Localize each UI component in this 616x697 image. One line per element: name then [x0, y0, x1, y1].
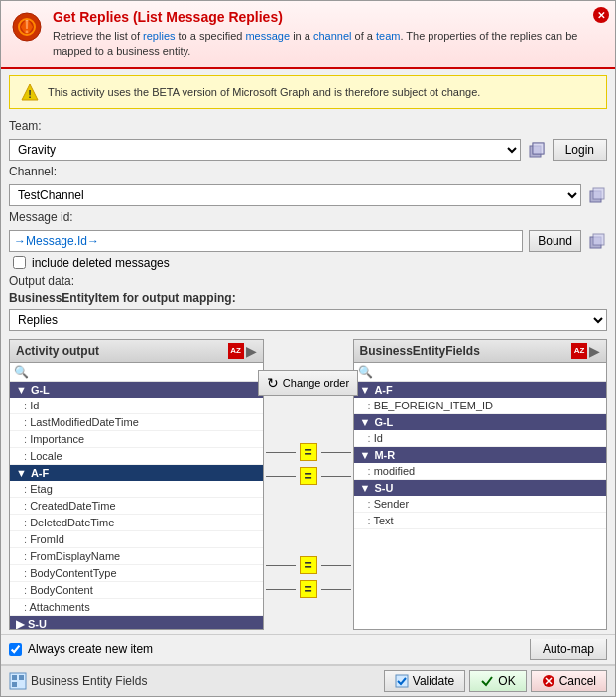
- bottom-bar: Always create new item Auto-map: [1, 634, 615, 664]
- svg-rect-11: [593, 234, 604, 245]
- left-item-createddatetime[interactable]: CreatedDateTime: [10, 498, 263, 515]
- svg-rect-16: [396, 675, 408, 687]
- connectors-area: = = = =: [266, 443, 351, 598]
- expand-icon[interactable]: ▶: [246, 343, 257, 359]
- left-item-deleteddatetime[interactable]: DeletedDateTime: [10, 515, 263, 531]
- always-create-label: Always create new item: [28, 642, 153, 656]
- warning-bar: ! This activity uses the BETA version of…: [9, 75, 607, 109]
- team-row: Gravity Login: [9, 139, 607, 161]
- right-item-id[interactable]: Id: [354, 430, 607, 447]
- login-button[interactable]: Login: [553, 139, 607, 161]
- left-item-lastmodified[interactable]: LastModifiedDateTime: [10, 414, 263, 431]
- right-panel-header: BusinessEntityFields AZ ▶: [354, 340, 607, 363]
- left-item-bodycontent[interactable]: BodyContent: [10, 582, 263, 599]
- right-group-gl[interactable]: ▼G-L: [354, 414, 607, 430]
- right-search-row: 🔍: [354, 363, 607, 382]
- right-sort-az-icon[interactable]: AZ: [571, 343, 587, 359]
- svg-text:!: !: [28, 88, 32, 100]
- right-panel: BusinessEntityFields AZ ▶ 🔍 ▼A-F BE_FORE…: [353, 339, 608, 630]
- dialog: ! Get Replies (List Message Replies) Ret…: [0, 0, 616, 697]
- left-group-af[interactable]: ▼A-F: [10, 465, 263, 481]
- right-group-af[interactable]: ▼A-F: [354, 382, 607, 398]
- message-cube-icon[interactable]: [587, 231, 607, 251]
- team-cube-icon[interactable]: [527, 140, 547, 160]
- connector-box-1[interactable]: =: [300, 443, 317, 461]
- form-area: Team: Gravity Login Channel: TestChannel: [1, 115, 615, 335]
- warning-text: This activity uses the BETA version of M…: [48, 86, 480, 98]
- connector-box-3[interactable]: =: [300, 556, 317, 574]
- connector-3: =: [266, 556, 351, 574]
- output-label: Output data:: [9, 274, 607, 288]
- entity-icon: [9, 672, 27, 690]
- team-label: Team:: [9, 119, 607, 135]
- right-expand-icon[interactable]: ▶: [589, 343, 600, 359]
- left-group-gl[interactable]: ▼G-L: [10, 382, 263, 398]
- left-item-importance[interactable]: Importance: [10, 431, 263, 448]
- left-item-fromdisplayname[interactable]: FromDisplayName: [10, 548, 263, 565]
- output-mapping-label: BusinessEntityItem for output mapping:: [9, 291, 607, 305]
- mapping-select[interactable]: Replies: [9, 309, 607, 331]
- left-item-fromid[interactable]: FromId: [10, 531, 263, 548]
- svg-rect-14: [19, 675, 24, 680]
- always-create-checkbox[interactable]: [9, 643, 22, 656]
- close-button[interactable]: ✕: [593, 7, 609, 23]
- message-id-row: →Message.Id→ Bound: [9, 230, 607, 252]
- left-panel-header: Activity output AZ ▶: [10, 340, 263, 363]
- validate-icon: [395, 674, 409, 688]
- message-id-field[interactable]: →Message.Id→: [9, 230, 523, 252]
- left-group-su[interactable]: ▶S-U: [10, 616, 263, 629]
- channel-row: TestChannel: [9, 184, 607, 206]
- change-order-button[interactable]: ↻ Auto-map Change order: [258, 370, 358, 396]
- svg-rect-7: [533, 143, 544, 154]
- title-bar: ! Get Replies (List Message Replies) Ret…: [1, 1, 615, 69]
- always-create-row: Always create new item: [9, 642, 522, 656]
- left-search-icon: 🔍: [14, 365, 29, 379]
- left-item-bodycontenttype[interactable]: BodyContentType: [10, 565, 263, 582]
- include-deleted-label: include deleted messages: [32, 256, 170, 270]
- bound-button[interactable]: Bound: [529, 230, 581, 252]
- connector-box-4[interactable]: =: [300, 580, 317, 598]
- left-item-locale[interactable]: Locale: [10, 448, 263, 465]
- middle-panel: ↻ Auto-map Change order = = =: [264, 339, 353, 630]
- connector-box-2[interactable]: =: [300, 467, 317, 485]
- right-panel-scroll[interactable]: ▼A-F BE_FOREIGN_ITEM_ID ▼G-L Id ▼M-R mod…: [354, 382, 607, 629]
- ok-button[interactable]: OK: [469, 670, 526, 692]
- channel-cube-icon[interactable]: [587, 185, 607, 205]
- channel-select[interactable]: TestChannel: [9, 184, 581, 206]
- dialog-title: Get Replies (List Message Replies): [53, 9, 605, 25]
- svg-rect-9: [593, 188, 604, 199]
- footer-entity-label: Business Entity Fields: [31, 674, 147, 688]
- refresh-icon: ↻: [267, 375, 279, 391]
- footer-entity-area: Business Entity Fields: [9, 672, 147, 690]
- include-deleted-checkbox[interactable]: [13, 256, 26, 269]
- team-select[interactable]: Gravity: [9, 139, 521, 161]
- right-item-sender[interactable]: Sender: [354, 496, 607, 513]
- left-panel: Activity output AZ ▶ 🔍 ▼G-L Id LastModif…: [9, 339, 264, 630]
- channel-label: Channel:: [9, 165, 607, 180]
- left-item-id[interactable]: Id: [10, 398, 263, 414]
- left-item-etag[interactable]: Etag: [10, 481, 263, 498]
- cancel-x-icon: [542, 674, 555, 688]
- right-item-modified[interactable]: modified: [354, 463, 607, 480]
- warning-icon: !: [20, 82, 40, 102]
- right-panel-icons: AZ ▶: [571, 343, 600, 359]
- cancel-button[interactable]: Cancel: [531, 670, 607, 692]
- left-panel-scroll[interactable]: ▼G-L Id LastModifiedDateTime Importance …: [10, 382, 263, 629]
- right-search-icon: 🔍: [358, 365, 373, 379]
- right-item-be-foreign[interactable]: BE_FOREIGN_ITEM_ID: [354, 398, 607, 414]
- mapping-area: Activity output AZ ▶ 🔍 ▼G-L Id LastModif…: [9, 339, 607, 630]
- include-deleted-row: include deleted messages: [9, 256, 607, 270]
- right-item-text[interactable]: Text: [354, 513, 607, 529]
- message-id-label: Message id:: [9, 210, 607, 226]
- footer-bar: Business Entity Fields Validate OK Cance…: [1, 664, 615, 696]
- left-panel-icons: AZ ▶: [228, 343, 257, 359]
- mapping-select-row: Replies: [9, 309, 607, 331]
- left-item-attachments[interactable]: Attachments: [10, 599, 263, 616]
- automap-button[interactable]: Auto-map: [530, 639, 607, 660]
- svg-rect-13: [12, 675, 17, 680]
- right-group-su[interactable]: ▼S-U: [354, 480, 607, 496]
- right-group-mr[interactable]: ▼M-R: [354, 447, 607, 463]
- sort-az-icon[interactable]: AZ: [228, 343, 244, 359]
- connector-2: =: [266, 467, 351, 485]
- validate-button[interactable]: Validate: [384, 670, 465, 692]
